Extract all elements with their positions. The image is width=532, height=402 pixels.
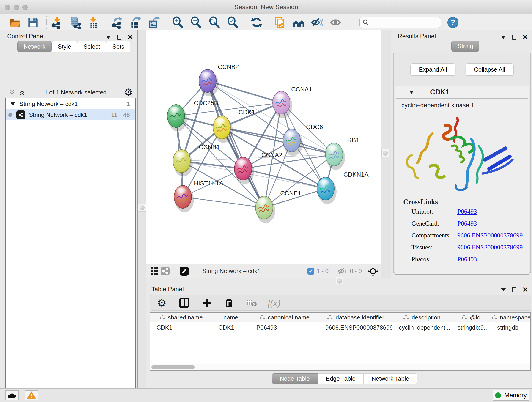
network-options-gear-icon[interactable]: ⚙ <box>124 88 133 97</box>
save-session-button[interactable] <box>26 16 40 29</box>
table-cell[interactable]: CDK1 <box>150 324 212 331</box>
expand-all-button[interactable]: Expand All <box>410 64 456 76</box>
float-panel-icon[interactable] <box>512 35 516 40</box>
zoom-selected-button[interactable] <box>226 16 239 29</box>
collection-caret-icon[interactable] <box>10 102 15 105</box>
close-panel-icon[interactable]: ✕ <box>522 35 528 40</box>
float-panel-icon[interactable] <box>512 287 516 292</box>
tab-node-table[interactable]: Node Table <box>272 373 318 384</box>
export-table-button[interactable] <box>129 16 142 29</box>
network-node-ccne1[interactable]: CCNE1 <box>255 190 301 223</box>
show-columns-icon[interactable] <box>178 297 190 309</box>
gene-section-header[interactable]: CDK1 <box>395 86 529 98</box>
network-edge[interactable] <box>183 197 264 208</box>
network-edge[interactable] <box>208 81 281 103</box>
crosslink-value-link[interactable]: P06493 <box>457 220 477 227</box>
table-cell[interactable]: stringdb:9... <box>451 324 491 331</box>
tab-sets[interactable]: Sets <box>106 41 130 52</box>
collapse-all-chevron-icon[interactable] <box>9 89 17 96</box>
column-header-shared-name[interactable]: shared name <box>150 313 212 322</box>
scrollbar-thumb[interactable] <box>152 365 195 369</box>
warnings-button[interactable] <box>25 390 38 400</box>
tab-edge-table[interactable]: Edge Table <box>318 373 364 384</box>
zoom-in-button[interactable] <box>171 16 184 29</box>
hidden-eye-slash-icon[interactable] <box>337 266 348 276</box>
memory-button[interactable]: Memory <box>493 390 529 401</box>
crosslink-value-link[interactable]: P06493 <box>457 255 477 263</box>
selected-nodes-checkbox[interactable]: ✓ <box>307 268 314 274</box>
network-node-ccnb2[interactable]: CCNB2 <box>199 64 239 96</box>
open-session-button[interactable] <box>8 16 21 29</box>
show-all-button[interactable] <box>329 16 342 29</box>
float-panel-icon[interactable] <box>117 35 121 40</box>
column-header-database-identifier[interactable]: database identifier <box>319 313 393 322</box>
zoom-out-button[interactable] <box>190 16 203 29</box>
left-splitter-handle[interactable] <box>138 204 146 211</box>
tab-string[interactable]: String <box>451 41 479 52</box>
birdseye-view-icon[interactable] <box>179 266 190 276</box>
column-header-canonical-name[interactable]: canonical name <box>250 313 319 322</box>
table-cell[interactable]: stringdb <box>491 324 531 331</box>
import-network-from-database-button[interactable] <box>69 16 82 29</box>
collapse-all-button[interactable]: Collapse All <box>466 64 514 76</box>
tab-network[interactable]: Network <box>17 41 51 52</box>
column-header-id[interactable]: @id <box>451 313 491 322</box>
network-edge[interactable] <box>243 169 326 189</box>
network-collection-row[interactable]: String Network – cdk1 1 <box>6 98 135 109</box>
fit-content-crosshair-icon[interactable] <box>368 266 378 276</box>
search-input[interactable] <box>371 19 438 26</box>
tab-select[interactable]: Select <box>77 41 106 52</box>
network-node-cdkn1a[interactable]: CDKN1A <box>317 171 369 204</box>
table-row[interactable]: CDK1CDK1P064939606.ENSP00000378699cyclin… <box>150 322 530 332</box>
column-header-description[interactable]: description <box>393 313 451 322</box>
bottom-splitter-handle[interactable] <box>336 277 343 285</box>
new-network-from-selection-button[interactable] <box>274 16 287 29</box>
tab-network-table[interactable]: Network Table <box>364 373 417 384</box>
grid-view-icon[interactable] <box>149 266 160 276</box>
right-splitter[interactable] <box>380 31 391 278</box>
expand-all-chevron-icon[interactable] <box>19 89 27 96</box>
crosslink-row: Pharos:P06493 <box>412 255 528 263</box>
network-row[interactable]: String Network – cdk1 11 48 <box>6 109 135 120</box>
cloud-button[interactable] <box>5 390 19 400</box>
left-splitter[interactable] <box>138 31 146 389</box>
tab-style[interactable]: Style <box>51 41 77 52</box>
table-cell[interactable]: cyclin–dependent ... <box>393 324 451 331</box>
close-panel-icon[interactable]: ✕ <box>127 35 133 40</box>
network-node-rb1[interactable]: RB1 <box>325 137 360 170</box>
function-builder-icon[interactable]: f(x) <box>268 297 280 309</box>
network-node-cdk1[interactable]: CDK1 <box>213 109 255 143</box>
table-options-gear-icon[interactable]: ⚙ <box>156 297 168 309</box>
delete-table-icon[interactable] <box>246 297 258 309</box>
help-button[interactable]: ? <box>447 17 458 28</box>
gene-caret-icon[interactable] <box>409 90 414 94</box>
apply-style-refresh-button[interactable] <box>250 16 263 29</box>
bottom-splitter[interactable] <box>146 278 532 284</box>
column-header-name[interactable]: name <box>212 313 250 322</box>
export-network-button[interactable] <box>111 16 124 29</box>
table-cell[interactable]: 9606.ENSP00000378699 <box>319 324 393 331</box>
collapse-panel-icon[interactable] <box>501 36 506 39</box>
horizontal-scrollbar[interactable] <box>151 364 530 370</box>
create-column-plus-icon[interactable] <box>201 297 213 309</box>
crosslink-row: GeneCard:P06493 <box>412 220 528 227</box>
collapse-panel-icon[interactable] <box>501 288 506 291</box>
table-cell[interactable]: CDK1 <box>212 324 250 331</box>
hide-selected-button[interactable] <box>310 16 324 29</box>
right-splitter-handle[interactable] <box>381 149 389 157</box>
collapse-panel-icon[interactable] <box>106 36 111 39</box>
export-image-button[interactable] <box>147 16 161 29</box>
zoom-fit-button[interactable] <box>208 16 221 29</box>
import-network-button[interactable] <box>50 16 63 29</box>
network-canvas[interactable]: CCNB2CCNA1CDC25BCDK1CDC6RB1CCNB1CCNA2CDK… <box>146 31 380 264</box>
network-overview-share-icon[interactable] <box>160 266 171 276</box>
crosslink-value-link[interactable]: P06493 <box>457 208 477 215</box>
table-cell[interactable]: P06493 <box>250 324 319 331</box>
import-table-button[interactable] <box>87 16 100 29</box>
crosslink-value-link[interactable]: 9606.ENSP00000378699 <box>457 232 523 239</box>
delete-column-trash-icon[interactable] <box>223 297 235 309</box>
close-panel-icon[interactable]: ✕ <box>522 287 528 292</box>
column-header-namespace[interactable]: namespace <box>491 313 531 322</box>
first-neighbors-button[interactable] <box>292 16 305 29</box>
crosslink-value-link[interactable]: 9606.ENSP00000378699 <box>457 244 523 251</box>
